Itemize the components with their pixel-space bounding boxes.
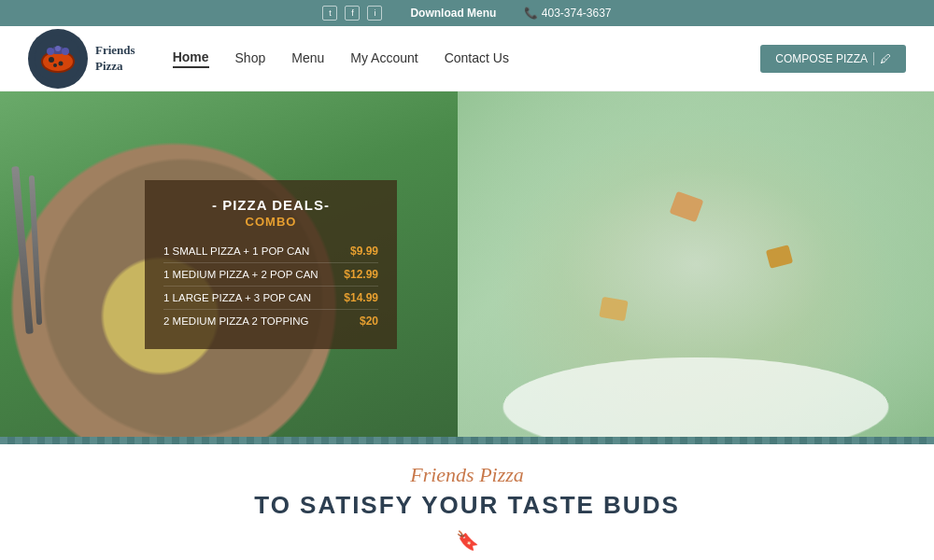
deal-name-1: 1 SMALL PIZZA + 1 POP CAN — [163, 245, 309, 257]
svg-point-4 — [59, 61, 64, 65]
deal-price-3: $14.99 — [341, 291, 378, 304]
deals-title: - PIZZA DEALS- — [163, 197, 378, 213]
nav-contact-us[interactable]: Contact Us — [445, 50, 509, 67]
deal-row-3: 1 LARGE PIZZA + 3 POP CAN $14.99 — [163, 287, 378, 310]
hero-right-image — [458, 91, 934, 437]
deal-price-1: $9.99 — [341, 245, 378, 258]
facebook-icon[interactable]: f — [345, 6, 360, 21]
svg-point-8 — [62, 48, 69, 55]
compose-pizza-button[interactable]: COMPOSE PIZZA 🖊 — [760, 45, 906, 73]
tagline: TO SATISFY YOUR TASTE BUDS — [0, 491, 934, 520]
logo-area: Friends Pizza — [28, 29, 135, 89]
compose-divider: 🖊 — [873, 52, 891, 65]
twitter-icon[interactable]: t — [322, 6, 337, 21]
separator — [0, 437, 934, 444]
deal-row-2: 1 MEDIUM PIZZA + 2 POP CAN $12.99 — [163, 263, 378, 287]
deal-price-4: $20 — [341, 315, 378, 328]
nav-menu[interactable]: Menu — [291, 50, 324, 67]
deals-box: - PIZZA DEALS- COMBO 1 SMALL PIZZA + 1 P… — [145, 180, 397, 349]
deal-name-2: 1 MEDIUM PIZZA + 2 POP CAN — [163, 269, 318, 280]
brand-script: Friends Pizza — [0, 463, 934, 487]
nav-my-account[interactable]: My Account — [350, 50, 417, 67]
deal-row-1: 1 SMALL PIZZA + 1 POP CAN $9.99 — [163, 240, 378, 263]
svg-point-3 — [49, 57, 54, 63]
deal-price-2: $12.99 — [341, 268, 378, 281]
deal-name-4: 2 MEDIUM PIZZA 2 TOPPING — [163, 315, 309, 327]
nav-bar: Friends Pizza Home Shop Menu My Account … — [0, 26, 934, 91]
compose-label: COMPOSE PIZZA — [775, 52, 868, 65]
svg-point-9 — [55, 46, 61, 51]
social-icons: t f i — [322, 6, 382, 21]
crouton-3 — [599, 297, 628, 322]
phone-number: 📞 403-374-3637 — [524, 7, 611, 20]
deal-row-4: 2 MEDIUM PIZZA 2 TOPPING $20 — [163, 310, 378, 332]
logo-icon — [28, 29, 88, 89]
logo-text: Friends Pizza — [95, 43, 135, 75]
nav-links: Home Shop Menu My Account Contact Us — [173, 49, 761, 68]
top-bar: t f i Download Menu 📞 403-374-3637 — [0, 0, 934, 26]
content-section: Friends Pizza TO SATISFY YOUR TASTE BUDS… — [0, 444, 934, 560]
svg-point-5 — [53, 63, 57, 67]
download-menu-link[interactable]: Download Menu — [410, 7, 496, 20]
nav-shop[interactable]: Shop — [235, 50, 266, 67]
nav-home[interactable]: Home — [173, 49, 209, 68]
svg-point-2 — [43, 52, 73, 71]
deals-subtitle: COMBO — [163, 215, 378, 229]
svg-point-7 — [47, 48, 54, 55]
hero-section: - PIZZA DEALS- COMBO 1 SMALL PIZZA + 1 P… — [0, 91, 934, 437]
deal-name-3: 1 LARGE PIZZA + 3 POP CAN — [163, 292, 311, 303]
instagram-icon[interactable]: i — [367, 6, 382, 21]
bookmark-icon: 🔖 — [0, 529, 934, 552]
